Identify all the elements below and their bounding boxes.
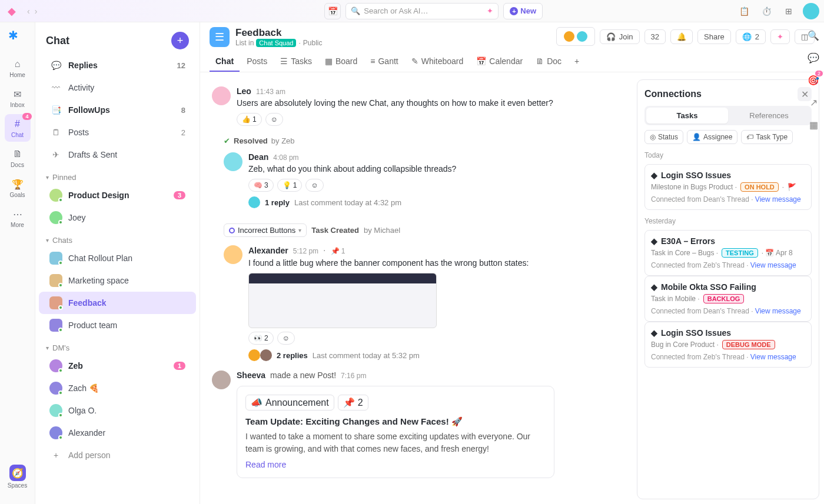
tab-whiteboard[interactable]: ✎Whiteboard — [406, 52, 470, 72]
add-reaction-button[interactable]: ☺ — [305, 179, 323, 192]
pin-chip[interactable]: 📌2 — [338, 395, 368, 410]
task-chip[interactable]: Incorrect Buttons▾ — [224, 223, 307, 237]
filter-assignee[interactable]: 👤Assignee — [687, 130, 737, 144]
edge-apps-icon[interactable]: ▦ — [806, 118, 820, 132]
rail-home[interactable]: ⌂Home — [5, 54, 31, 82]
edge-search-icon[interactable]: 🔍 — [806, 28, 820, 42]
message-row: Sheevamade a new Post!7:16 pm 📣Announcem… — [212, 366, 625, 483]
avatar[interactable] — [212, 86, 231, 105]
new-chat-button[interactable]: + — [171, 32, 189, 49]
join-button[interactable]: 🎧Join — [600, 29, 640, 44]
list-item[interactable]: Alexander — [39, 422, 196, 444]
thread-replies-link[interactable]: 1 reply Last comment today at 4:32 pm — [248, 196, 625, 208]
workspace-logo-icon[interactable]: ✱ — [8, 28, 27, 47]
squad-chip[interactable]: Chat Squad — [256, 39, 296, 47]
members-pill[interactable] — [556, 27, 595, 46]
thread-replies-link[interactable]: 2 replies Last comment today at 5:32 pm — [248, 349, 625, 361]
avatar — [248, 196, 260, 208]
history-fwd-icon[interactable]: › — [35, 6, 38, 16]
list-item[interactable]: Marketing space — [39, 269, 196, 292]
share-button[interactable]: Share — [697, 29, 731, 44]
member-count-pill[interactable]: 32 — [644, 29, 666, 44]
edge-comment-icon[interactable]: 💬 — [806, 51, 820, 65]
rail-more[interactable]: ⋯More — [5, 204, 31, 232]
user-avatar[interactable] — [803, 3, 819, 19]
tab-posts[interactable]: Posts — [241, 52, 273, 72]
reaction-eyes[interactable]: 👀 2 — [248, 332, 274, 345]
stopwatch-icon[interactable]: ⏱️ — [758, 3, 775, 19]
avatar[interactable] — [212, 371, 231, 389]
pinned-header[interactable]: ▾Pinned — [35, 166, 200, 184]
search-icon: 🔍 — [351, 6, 360, 15]
edge-target-icon[interactable]: 🎯2 — [806, 73, 820, 87]
edge-link-icon[interactable]: ↗ — [806, 95, 820, 109]
view-message-link[interactable]: View message — [755, 307, 801, 315]
search-input[interactable]: 🔍 Search or Ask AI… ✦ — [345, 3, 499, 19]
calendar-icon[interactable]: 📅 — [324, 3, 341, 19]
tab-doc[interactable]: 🗎Doc — [530, 52, 567, 72]
nav-activity[interactable]: 〰Activity — [39, 76, 196, 99]
nav-followups[interactable]: 📑FollowUps8 — [39, 99, 196, 121]
list-item[interactable]: Olga O. — [39, 399, 196, 422]
avatar — [49, 252, 62, 265]
view-message-link[interactable]: View message — [750, 261, 796, 269]
avatar[interactable] — [224, 152, 242, 171]
image-attachment[interactable] — [248, 273, 437, 328]
target-icon: ◎ — [650, 133, 656, 141]
new-button[interactable]: + New — [503, 3, 543, 19]
list-item[interactable]: Feedback — [39, 292, 196, 314]
list-item[interactable]: Product team — [39, 314, 196, 336]
conn-tab-references[interactable]: References — [728, 108, 810, 124]
tab-gantt[interactable]: ≡Gantt — [364, 52, 404, 72]
list-item[interactable]: Zeb1 — [39, 355, 196, 377]
list-item[interactable]: Joey — [39, 206, 196, 229]
add-view-button[interactable]: + — [569, 52, 585, 72]
app-logo-icon[interactable]: ◆ — [5, 4, 19, 18]
history-back-icon[interactable]: ‹ — [27, 6, 30, 16]
add-person-button[interactable]: +Add person — [39, 444, 196, 466]
reaction-bulb[interactable]: 💡 1 — [277, 179, 303, 192]
chats-header[interactable]: ▾Chats — [35, 229, 200, 247]
rail-inbox[interactable]: ✉Inbox — [5, 84, 31, 112]
avatar — [49, 404, 62, 417]
apps-grid-icon[interactable]: ⊞ — [780, 3, 797, 19]
connection-card[interactable]: ◆Mobile Okta SSO Failing Task in Mobile … — [644, 276, 812, 322]
avatar[interactable] — [224, 245, 242, 264]
view-message-link[interactable]: View message — [750, 353, 796, 361]
post-card[interactable]: 📣Announcement 📌2 Team Update: Exciting C… — [237, 386, 554, 478]
add-reaction-button[interactable]: ☺ — [265, 113, 283, 126]
rail-goals[interactable]: 🏆Goals — [5, 174, 31, 202]
nav-posts[interactable]: 🗒Posts2 — [39, 121, 196, 143]
announcement-chip[interactable]: 📣Announcement — [245, 395, 334, 410]
tab-tasks[interactable]: ☰Tasks — [274, 52, 318, 72]
filter-tasktype[interactable]: 🏷Task Type — [741, 130, 793, 144]
conn-tab-tasks[interactable]: Tasks — [646, 108, 728, 124]
tab-calendar[interactable]: 📅Calendar — [470, 52, 529, 72]
connection-card[interactable]: ◆Login SSO Issues Milestone in Bugs Prod… — [644, 164, 812, 210]
tab-chat[interactable]: Chat — [210, 52, 240, 72]
connection-card[interactable]: ◆E30A – Errors Task in Core – Bugs · TES… — [644, 230, 812, 276]
reaction-thumbsup[interactable]: 👍 1 — [237, 113, 262, 126]
clipboard-icon[interactable]: 📋 — [736, 3, 752, 19]
read-more-link[interactable]: Read more — [245, 460, 546, 469]
ai-sparkle-icon[interactable]: ✦ — [487, 6, 493, 15]
reaction-brain[interactable]: 🧠 3 — [248, 179, 274, 192]
add-reaction-button[interactable]: ☺ — [277, 332, 295, 345]
list-item[interactable]: Chat Rollout Plan — [39, 247, 196, 269]
filter-status[interactable]: ◎Status — [644, 130, 683, 144]
task-type-icon: ◆ — [651, 171, 657, 180]
dms-header[interactable]: ▾DM's — [35, 336, 200, 355]
rail-docs[interactable]: 🗎Docs — [5, 144, 31, 172]
list-item[interactable]: Zach 🍕 — [39, 377, 196, 399]
nav-replies[interactable]: 💬Replies12 — [39, 54, 196, 76]
connection-card[interactable]: ◆Login SSO Issues Bug in Core Product · … — [644, 322, 812, 368]
view-message-link[interactable]: View message — [755, 195, 801, 203]
list-item[interactable]: Product Design3 — [39, 184, 196, 206]
ai-sparkle-button[interactable]: ✦ — [770, 29, 790, 44]
rail-spaces[interactable]: 🧭Spaces — [5, 461, 31, 492]
nav-drafts & sent[interactable]: ✈Drafts & Sent — [39, 143, 196, 166]
notifications-button[interactable]: 🔔 — [670, 29, 693, 44]
globe-pill[interactable]: 🌐2 — [736, 29, 766, 44]
rail-chat[interactable]: #4Chat — [5, 114, 31, 142]
tab-board[interactable]: ▦Board — [319, 52, 363, 72]
